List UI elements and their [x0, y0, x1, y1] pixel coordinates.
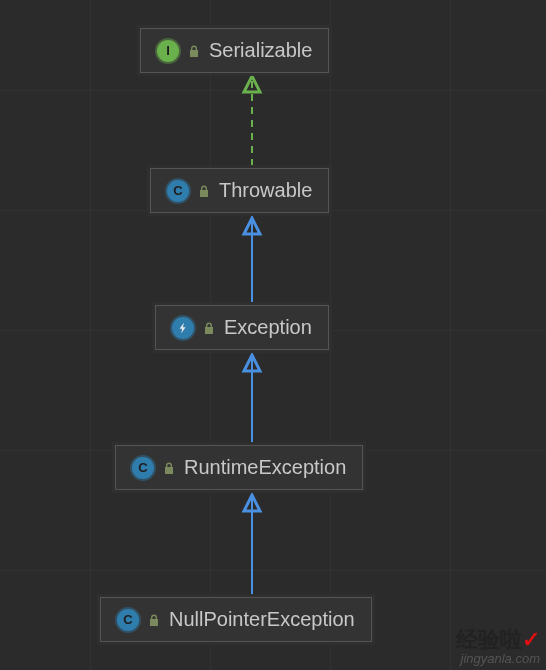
lock-icon	[187, 44, 201, 58]
node-runtime-exception[interactable]: C RuntimeException	[115, 445, 363, 490]
lock-icon	[202, 321, 216, 335]
lock-icon	[147, 613, 161, 627]
lock-icon	[162, 461, 176, 475]
class-icon: C	[132, 457, 154, 479]
node-exception[interactable]: Exception	[155, 305, 329, 350]
node-label: Serializable	[209, 39, 312, 62]
lock-icon	[197, 184, 211, 198]
exception-class-icon	[172, 317, 194, 339]
node-throwable[interactable]: C Throwable	[150, 168, 329, 213]
node-serializable[interactable]: I Serializable	[140, 28, 329, 73]
node-null-pointer-exception[interactable]: C NullPointerException	[100, 597, 372, 642]
node-label: NullPointerException	[169, 608, 355, 631]
class-icon: C	[117, 609, 139, 631]
watermark-text: 经验啦	[456, 627, 522, 652]
interface-icon: I	[157, 40, 179, 62]
watermark-line1: 经验啦✓	[456, 628, 540, 652]
check-icon: ✓	[522, 627, 540, 652]
watermark-line2: jingyanla.com	[456, 652, 540, 666]
class-diagram: I Serializable C Throwable Exception C R…	[0, 0, 546, 670]
node-label: Throwable	[219, 179, 312, 202]
class-icon: C	[167, 180, 189, 202]
watermark: 经验啦✓ jingyanla.com	[456, 628, 540, 666]
node-label: RuntimeException	[184, 456, 346, 479]
node-label: Exception	[224, 316, 312, 339]
